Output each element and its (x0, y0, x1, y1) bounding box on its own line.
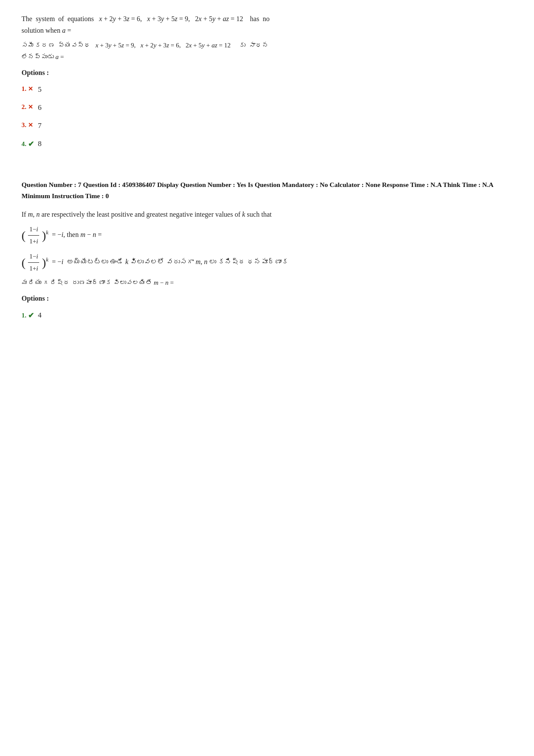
q7-option-1-icon: ✔ (28, 311, 34, 320)
q6-option-1-value: 5 (38, 84, 42, 95)
q6-option-3-icon: ✕ (28, 121, 33, 129)
q6-option-3-value: 7 (38, 121, 42, 131)
q6-option-2-value: 6 (38, 103, 42, 113)
q6-option-2-number: 2. ✕ (22, 103, 38, 111)
q7-option-1: 1. ✔ 4 (22, 310, 512, 320)
q7-text-en: If m, n are respectively the least posit… (22, 208, 512, 220)
q6-option-1-num-label: 1. (22, 85, 26, 93)
question-7-block: Question Number : 7 Question Id : 450938… (22, 179, 512, 321)
q7-text-telugu: మరియు గరిష్ఠ రుణపూర్ణాంక విలువలయితే m − … (22, 277, 512, 289)
q6-option-3-number: 3. ✕ (22, 121, 38, 129)
q6-option-4-num-label: 4. (22, 140, 26, 148)
q6-options-label: Options : (22, 69, 512, 77)
question-6-block: The system of equations x + 2y + 3z = 6,… (22, 13, 512, 149)
q7-options-label: Options : (22, 295, 512, 302)
q6-option-2-icon: ✕ (28, 103, 33, 111)
q6-option-4-icon: ✔ (28, 140, 34, 149)
q6-option-4-value: 8 (38, 139, 42, 149)
q6-option-3-num-label: 3. (22, 121, 26, 129)
q6-option-3: 3. ✕ 7 (22, 121, 512, 131)
q6-option-1-number: 1. ✕ (22, 85, 38, 93)
q7-formula-telugu-prefix: ( 1−i 1+i )k = −i అయ్యేటట్లు ఉండే k విలు… (22, 251, 512, 274)
q6-text-en: The system of equations x + 2y + 3z = 6,… (22, 13, 512, 36)
q6-option-4: 4. ✔ 8 (22, 139, 512, 149)
q6-option-2-num-label: 2. (22, 103, 26, 111)
q7-meta: Question Number : 7 Question Id : 450938… (22, 179, 512, 202)
q7-option-1-number: 1. ✔ (22, 311, 38, 320)
q6-text-telugu: సమీకరణ వ్యవస్థ x + 3y + 5z = 9, x + 2y +… (22, 40, 512, 63)
q6-option-1-icon: ✕ (28, 85, 33, 93)
q6-option-1: 1. ✕ 5 (22, 84, 512, 95)
q6-option-2: 2. ✕ 6 (22, 103, 512, 113)
q7-formula: ( 1−i 1+i )k = −i, then m − n = (22, 224, 512, 247)
q7-option-1-num-label: 1. (22, 312, 26, 319)
q7-option-1-value: 4 (38, 310, 42, 320)
q6-option-4-number: 4. ✔ (22, 140, 38, 149)
